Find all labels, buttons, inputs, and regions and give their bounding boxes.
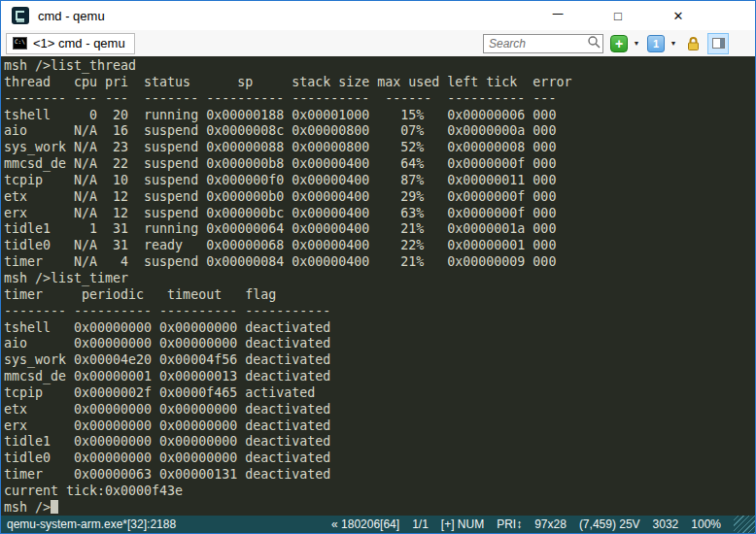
terminal-line: aio 0x00000000 0x00000000 deactivated [4, 336, 755, 352]
terminal-screen[interactable]: msh />list_threadthread cpu pri status s… [1, 56, 755, 516]
main-menu-button[interactable] [733, 34, 748, 53]
window-controls: ─ □ ✕ [528, 2, 708, 29]
app-window: cmd - qemu ─ □ ✕ C:\ <1> cmd - qemu + [0, 0, 756, 534]
tab-cmd-qemu[interactable]: C:\ <1> cmd - qemu [6, 33, 135, 54]
terminal-line: etx 0x00000000 0x00000000 deactivated [4, 402, 755, 418]
panel-icon [712, 38, 725, 49]
lock-icon[interactable] [684, 34, 702, 53]
statusbar-item: 1/1 [412, 517, 429, 531]
terminal-line: -------- --- --- ------- ---------- ----… [4, 91, 755, 108]
statusbar: qemu-system-arm.exe*[32]:2188 « 180206[6… [1, 516, 755, 533]
terminal-line: tcpip N/A 10 suspend 0x000000f0 0x000004… [4, 173, 755, 189]
terminal-line: mmcsd_de N/A 22 suspend 0x000000b8 0x000… [4, 156, 755, 173]
terminal-line: timer 0x00000063 0x00000131 deactivated [4, 467, 755, 484]
statusbar-process: qemu-system-arm.exe*[32]:2188 [7, 517, 176, 531]
statusbar-item: 100% [691, 517, 721, 531]
window-title: cmd - qemu [38, 9, 105, 23]
terminal-line: tcpip 0x0000002f 0x0000f465 activated [4, 385, 755, 402]
minimize-button[interactable]: ─ [528, 2, 588, 29]
active-console-button[interactable]: 1 [647, 35, 665, 52]
terminal-cursor [51, 500, 58, 514]
maximize-button[interactable]: □ [588, 2, 648, 29]
terminal-line: tshell 0 20 running 0x00000188 0x0000100… [4, 108, 755, 124]
terminal-line: -------- ---------- ---------- ---------… [4, 304, 755, 320]
new-console-dropdown[interactable]: ▼ [631, 34, 642, 53]
chevron-down-icon: ▼ [670, 40, 677, 47]
terminal-line: erx N/A 12 suspend 0x000000bc 0x00000400… [4, 206, 755, 222]
search-input[interactable] [489, 37, 587, 50]
sidebar-toggle-button[interactable] [707, 33, 729, 54]
terminal-line: mmcsd_de 0x00000001 0x00000013 deactivat… [4, 369, 755, 385]
resize-grip-icon[interactable] [734, 516, 755, 533]
terminal-line: erx 0x00000000 0x00000000 deactivated [4, 418, 755, 435]
new-console-button[interactable]: + [610, 35, 628, 52]
terminal-line: etx N/A 12 suspend 0x000000b0 0x00000400… [4, 189, 755, 206]
terminal-line: msh />list_timer [4, 271, 755, 287]
statusbar-item: PRI↕ [497, 517, 522, 531]
tab-toolbar: C:\ <1> cmd - qemu + ▼ 1 ▼ [1, 30, 755, 56]
cmd-prompt-icon: C:\ [13, 37, 27, 50]
console-list-dropdown[interactable]: ▼ [668, 34, 679, 53]
terminal-line: msh />list_thread [4, 58, 755, 75]
terminal-line: sys_work 0x00004e20 0x00004f56 deactivat… [4, 352, 755, 369]
terminal-line: tidle0 N/A 31 ready 0x00000068 0x0000040… [4, 238, 755, 254]
statusbar-item: 97x28 [534, 517, 567, 531]
chevron-down-icon: ▼ [634, 40, 640, 47]
statusbar-item: 3032 [653, 517, 679, 531]
conemu-logo-icon [12, 7, 29, 24]
terminal-line: current tick:0x0000f43e [4, 484, 755, 500]
close-button[interactable]: ✕ [648, 2, 708, 29]
terminal-line: tidle1 0x00000000 0x00000000 deactivated [4, 434, 755, 451]
statusbar-item: « 180206[64] [331, 517, 399, 531]
terminal-line: msh /> [4, 500, 755, 516]
terminal-line: aio N/A 16 suspend 0x0000008c 0x00000800… [4, 123, 755, 140]
terminal-line: sys_work N/A 23 suspend 0x00000088 0x000… [4, 140, 755, 156]
console-number: 1 [653, 38, 659, 50]
statusbar-items: « 180206[64]1/1[+] NUMPRI↕97x28(7,459) 2… [331, 517, 734, 531]
terminal-line: tidle1 1 31 running 0x00000064 0x0000040… [4, 221, 755, 238]
terminal-line: tshell 0x00000000 0x00000000 deactivated [4, 320, 755, 337]
terminal-line: thread cpu pri status sp stack size max … [4, 75, 755, 91]
titlebar: cmd - qemu ─ □ ✕ [1, 1, 755, 30]
tab-label: <1> cmd - qemu [33, 36, 125, 50]
plus-icon: + [615, 37, 623, 50]
terminal-line: timer N/A 4 suspend 0x00000084 0x0000040… [4, 254, 755, 271]
statusbar-item: [+] NUM [441, 517, 484, 531]
search-icon[interactable] [587, 35, 601, 52]
statusbar-item: (7,459) 25V [579, 517, 640, 531]
search-box [483, 34, 603, 53]
terminal-line: timer periodic timeout flag [4, 287, 755, 304]
terminal-line: tidle0 0x00000000 0x00000000 deactivated [4, 451, 755, 467]
